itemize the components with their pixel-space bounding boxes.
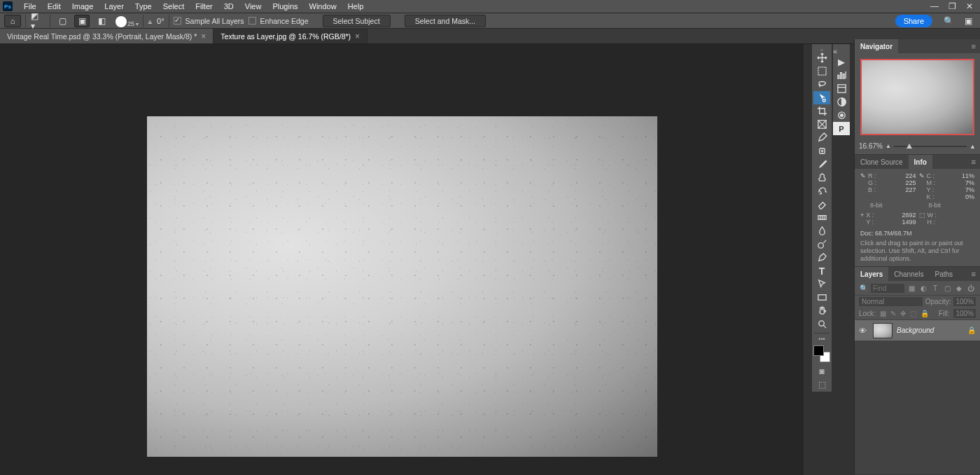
menu-image[interactable]: Image <box>66 2 99 11</box>
workspace[interactable] <box>0 44 804 475</box>
brush-preview-icon[interactable] <box>115 16 127 27</box>
workspace-icon[interactable]: ▣ <box>960 15 976 27</box>
panel-menu-icon[interactable]: ≡ <box>967 158 980 166</box>
history-brush-tool[interactable] <box>813 184 830 198</box>
restore-icon[interactable]: ❐ <box>948 1 956 11</box>
histogram-panel-icon[interactable] <box>833 69 850 82</box>
menu-view[interactable]: View <box>239 2 267 11</box>
zoom-tool[interactable] <box>813 317 830 331</box>
tab-info[interactable]: Info <box>909 155 932 169</box>
menu-help[interactable]: Help <box>342 2 370 11</box>
lock-position-icon[interactable]: ✥ <box>900 310 906 317</box>
menu-filter[interactable]: Filter <box>190 2 218 11</box>
lock-icon[interactable]: 🔒 <box>967 326 976 334</box>
adjustments-panel-icon[interactable] <box>833 95 850 109</box>
share-button[interactable]: Share <box>895 15 932 27</box>
select-subject-button[interactable]: Select Subject <box>323 15 391 27</box>
canvas[interactable] <box>147 116 657 457</box>
grip-icon[interactable]: « <box>833 47 850 55</box>
search-icon[interactable]: 🔍 <box>941 15 956 27</box>
lock-all-icon[interactable]: 🔒 <box>920 310 929 317</box>
quick-mask-icon[interactable]: ◙ <box>813 365 830 378</box>
hand-tool[interactable] <box>813 304 830 317</box>
layer-row[interactable]: 👁 Background 🔒 <box>855 320 980 341</box>
tab-close-icon[interactable]: × <box>355 32 360 41</box>
tab-channels[interactable]: Channels <box>888 267 929 281</box>
sample-all-layers-checkbox[interactable] <box>174 17 181 25</box>
lock-transparent-icon[interactable]: ▦ <box>880 310 886 317</box>
filter-toggle-icon[interactable]: ⏻ <box>966 283 976 293</box>
blur-tool[interactable] <box>813 224 830 238</box>
panel-menu-icon[interactable]: ≡ <box>967 42 980 50</box>
menu-window[interactable]: Window <box>304 2 342 11</box>
gradient-tool[interactable] <box>813 211 830 224</box>
marquee-tool[interactable] <box>813 64 830 78</box>
document-tab[interactable]: Vintage Real Time.psd @ 33.3% (Portrait,… <box>0 29 214 43</box>
add-selection-icon[interactable]: ▢ <box>55 15 70 27</box>
menu-file[interactable]: File <box>18 2 42 11</box>
eraser-tool[interactable] <box>813 198 830 211</box>
angle-value[interactable]: 0° <box>157 17 164 25</box>
menu-layer[interactable]: Layer <box>99 2 130 11</box>
minimize-icon[interactable]: — <box>930 1 939 11</box>
eyedropper-tool[interactable] <box>813 131 830 144</box>
chevron-down-icon[interactable]: ▾ <box>136 21 139 27</box>
blend-mode-select[interactable]: Normal <box>859 297 923 306</box>
ellipsis-icon[interactable]: ••• <box>812 336 832 343</box>
zoom-value[interactable]: 16.67% <box>859 142 883 150</box>
quick-selection-tool[interactable] <box>813 91 830 104</box>
enhance-edge-checkbox[interactable] <box>248 17 256 25</box>
menu-edit[interactable]: Edit <box>42 2 66 11</box>
tool-preset-picker[interactable]: ◩ ▾ <box>30 15 46 27</box>
crop-tool[interactable] <box>813 104 830 118</box>
move-tool[interactable] <box>813 51 830 64</box>
tab-layers[interactable]: Layers <box>855 267 888 281</box>
opacity-value[interactable]: 100% <box>953 297 976 306</box>
visibility-icon[interactable]: 👁 <box>859 326 869 335</box>
menu-3d[interactable]: 3D <box>218 2 239 11</box>
layer-filter-input[interactable] <box>871 284 904 293</box>
zoom-slider[interactable] <box>894 144 967 149</box>
brush-tool[interactable] <box>813 158 830 171</box>
menu-type[interactable]: Type <box>130 2 158 11</box>
navigator-thumbnail[interactable] <box>860 59 974 135</box>
lock-pixels-icon[interactable]: ✎ <box>890 310 896 317</box>
patterns-panel-icon[interactable]: P <box>833 122 850 135</box>
frame-tool[interactable] <box>813 118 830 131</box>
properties-panel-icon[interactable] <box>833 82 850 95</box>
filter-type-icon[interactable]: T <box>930 283 940 293</box>
menu-plugins[interactable]: Plugins <box>267 2 303 11</box>
filter-shape-icon[interactable]: ▢ <box>942 283 952 293</box>
lock-artboard-icon[interactable]: ⬚ <box>910 310 916 317</box>
libraries-panel-icon[interactable] <box>833 109 850 122</box>
dodge-tool[interactable] <box>813 238 830 251</box>
filter-smart-icon[interactable]: ◆ <box>954 283 964 293</box>
layer-thumbnail[interactable] <box>873 323 892 338</box>
color-swatches[interactable] <box>813 345 830 362</box>
select-and-mask-button[interactable]: Select and Mask... <box>405 15 486 27</box>
close-icon[interactable]: ✕ <box>966 1 973 11</box>
type-tool[interactable]: T <box>813 264 830 277</box>
tab-navigator[interactable]: Navigator <box>855 39 898 53</box>
spot-healing-tool[interactable] <box>813 144 830 158</box>
screen-mode-icon[interactable]: ⬚ <box>813 378 830 391</box>
tab-close-icon[interactable]: × <box>201 32 206 41</box>
lasso-tool[interactable] <box>813 78 830 91</box>
clone-stamp-tool[interactable] <box>813 171 830 184</box>
foreground-color[interactable] <box>813 345 824 356</box>
filter-adjust-icon[interactable]: ◐ <box>918 283 928 293</box>
rectangle-tool[interactable] <box>813 291 830 304</box>
pen-tool[interactable] <box>813 251 830 264</box>
actions-panel-icon[interactable]: ▶ <box>833 55 850 69</box>
intersect-selection-icon[interactable]: ◧ <box>94 15 109 27</box>
tab-paths[interactable]: Paths <box>930 267 959 281</box>
tab-clone-source[interactable]: Clone Source <box>855 155 909 169</box>
menu-select[interactable]: Select <box>158 2 190 11</box>
panel-menu-icon[interactable]: ≡ <box>967 270 980 278</box>
filter-pixel-icon[interactable]: ▦ <box>906 283 916 293</box>
zoom-in-icon[interactable]: ▲ <box>969 143 976 150</box>
path-selection-tool[interactable] <box>813 277 830 291</box>
document-tab[interactable]: Texture as Layer.jpg @ 16.7% (RGB/8*) × <box>214 29 368 43</box>
layer-name[interactable]: Background <box>897 326 934 334</box>
fill-value[interactable]: 100% <box>953 309 976 318</box>
